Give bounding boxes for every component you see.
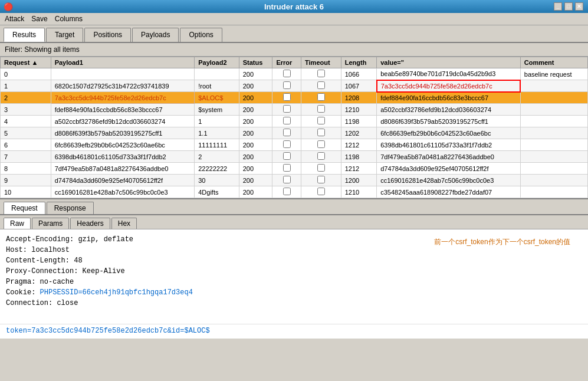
col-payload2[interactable]: Payload2 <box>195 57 239 68</box>
format-tab-bar: Raw Params Headers Hex <box>0 215 588 229</box>
tab-headers[interactable]: Headers <box>70 218 110 229</box>
menu-bar: Attack Save Columns <box>0 13 588 25</box>
col-payload1[interactable]: Payload1 <box>51 57 195 68</box>
table-row[interactable]: 87df479ea5b87a0481a82276436addbe02222222… <box>1 163 588 175</box>
cell-status: 200 <box>239 163 272 175</box>
cell-payload1: 7a3c3cc5dc944b725fe58e2d26edcb7c <box>51 92 195 104</box>
col-comment[interactable]: Comment <box>520 57 587 68</box>
tab-request[interactable]: Request <box>4 202 45 214</box>
cell-payload1: 7df479ea5b87a0481a82276436addbe0 <box>51 163 195 175</box>
menu-columns[interactable]: Columns <box>55 15 83 23</box>
cell-timeout-checkbox[interactable] <box>317 81 325 89</box>
cell-comment <box>520 151 587 163</box>
table-row[interactable]: 66fc86639efb29b0b6c042523c60ae6bc1111111… <box>1 139 588 151</box>
cell-error-checkbox[interactable] <box>283 117 291 124</box>
cell-timeout-checkbox[interactable] <box>317 117 325 124</box>
menu-attack[interactable]: Attack <box>5 15 24 23</box>
cell-timeout-checkbox[interactable] <box>317 129 325 136</box>
cell-comment <box>520 163 587 175</box>
table-row[interactable]: 10cc169016281e428ab7c506c99bc0c0e34Dgift… <box>1 186 588 198</box>
cell-value: 6398db461801c61105d733a3f1f7ddb2 <box>377 139 521 151</box>
cell-payload1: 6fc86639efb29b0b6c042523c60ae6bc <box>51 139 195 151</box>
cell-error-checkbox[interactable] <box>283 164 291 172</box>
cell-error-checkbox[interactable] <box>283 105 291 113</box>
cell-status: 200 <box>239 127 272 139</box>
cell-request-id: 5 <box>1 127 51 139</box>
cell-timeout-checkbox[interactable] <box>317 70 325 77</box>
cell-status: 200 <box>239 186 272 198</box>
table-row[interactable]: 4a502ccbf32786efd9b12dcd0366032741200119… <box>1 116 588 127</box>
cell-comment <box>520 186 587 198</box>
table-row[interactable]: 5d8086f639f3b579ab52039195275cff11.12001… <box>1 127 588 139</box>
cell-request-id: 9 <box>1 175 51 186</box>
request-lines: Accept-Encoding: gzip, deflate Host: loc… <box>6 234 193 308</box>
cell-payload1: 6820c1507d27925c31b4722c93741839 <box>51 80 195 92</box>
cell-comment <box>520 139 587 151</box>
cell-error-checkbox[interactable] <box>283 188 291 195</box>
cell-timeout-checkbox[interactable] <box>317 164 325 172</box>
tab-raw[interactable]: Raw <box>4 218 31 229</box>
cell-request-id: 1 <box>1 80 51 92</box>
col-length[interactable]: Length <box>341 57 376 68</box>
cell-value: beab5e89740be701d719dc0a45d2b9d3 <box>377 68 521 80</box>
cell-payload2: 1.1 <box>195 127 239 139</box>
tab-options[interactable]: Options <box>180 28 222 42</box>
tab-positions[interactable]: Positions <box>84 28 131 42</box>
cell-value: d74784da3dd609e925ef40705612ff2f <box>377 163 521 175</box>
cell-timeout-checkbox[interactable] <box>317 105 325 113</box>
table-row[interactable]: 27a3c3cc5dc944b725fe58e2d26edcb7c$ALOC$2… <box>1 92 588 104</box>
filter-bar: Filter: Showing all items <box>0 43 588 57</box>
cell-payload2: !root <box>195 80 239 92</box>
cell-error-checkbox[interactable] <box>283 176 291 183</box>
cell-request-id: 7 <box>1 151 51 163</box>
cell-error-checkbox[interactable] <box>283 129 291 136</box>
cell-error-checkbox[interactable] <box>283 93 291 101</box>
maximize-button[interactable]: □ <box>564 2 573 11</box>
tab-params[interactable]: Params <box>32 218 69 229</box>
req-line-3: Proxy-Connection: Keep-Alive <box>6 266 193 277</box>
cell-length: 1212 <box>341 139 376 151</box>
cell-payload2: 11111111 <box>195 139 239 151</box>
tab-hex[interactable]: Hex <box>111 218 137 229</box>
cell-payload2: $ALOC$ <box>195 92 239 104</box>
cell-error-checkbox[interactable] <box>283 152 291 160</box>
table-row[interactable]: 3fdef884e90fa16ccbdb56c83e3bccc67$system… <box>1 104 588 116</box>
cell-error-checkbox[interactable] <box>283 140 291 148</box>
tab-target[interactable]: Target <box>46 28 83 42</box>
cell-timeout-checkbox[interactable] <box>317 140 325 148</box>
tab-response[interactable]: Response <box>47 202 94 214</box>
cell-payload2: 4Dgifts <box>195 186 239 198</box>
cell-request-id: 3 <box>1 104 51 116</box>
col-status[interactable]: Status <box>239 57 272 68</box>
cell-timeout-checkbox[interactable] <box>317 188 325 195</box>
cell-timeout-checkbox[interactable] <box>317 93 325 101</box>
window-title: Intruder attack 6 <box>264 2 324 11</box>
tab-results[interactable]: Results <box>4 28 45 42</box>
col-value[interactable]: value=" <box>377 57 521 68</box>
cell-value: 7df479ea5b87a0481a82276436addbe0 <box>377 151 521 163</box>
menu-save[interactable]: Save <box>31 15 47 23</box>
cell-length: 1067 <box>341 80 376 92</box>
table-row[interactable]: 16820c1507d27925c31b4722c93741839!root20… <box>1 80 588 92</box>
cell-timeout-checkbox[interactable] <box>317 152 325 160</box>
cell-payload2 <box>195 68 239 80</box>
cell-comment <box>520 116 587 127</box>
results-table: Request ▲ Payload1 Payload2 Status Error… <box>0 57 588 198</box>
cell-error-checkbox[interactable] <box>283 81 291 89</box>
cell-error-checkbox[interactable] <box>283 70 291 77</box>
cell-request-id: 4 <box>1 116 51 127</box>
table-row[interactable]: 9d74784da3dd609e925ef40705612ff2f3020012… <box>1 175 588 186</box>
close-button[interactable]: ✕ <box>575 2 583 11</box>
col-error[interactable]: Error <box>272 57 301 68</box>
cell-timeout-checkbox[interactable] <box>317 176 325 183</box>
col-timeout[interactable]: Timeout <box>301 57 341 68</box>
table-row[interactable]: 02001066beab5e89740be701d719dc0a45d2b9d3… <box>1 68 588 80</box>
table-row[interactable]: 76398db461801c61105d733a3f1f7ddb22200119… <box>1 151 588 163</box>
cell-length: 1200 <box>341 175 376 186</box>
results-table-container: Request ▲ Payload1 Payload2 Status Error… <box>0 57 588 198</box>
tab-payloads[interactable]: Payloads <box>132 28 179 42</box>
minimize-button[interactable]: _ <box>554 2 562 11</box>
cell-value: c3548245aaa618908227fbde27ddaf07 <box>377 186 521 198</box>
cell-comment <box>520 92 587 104</box>
col-request[interactable]: Request ▲ <box>1 57 51 68</box>
